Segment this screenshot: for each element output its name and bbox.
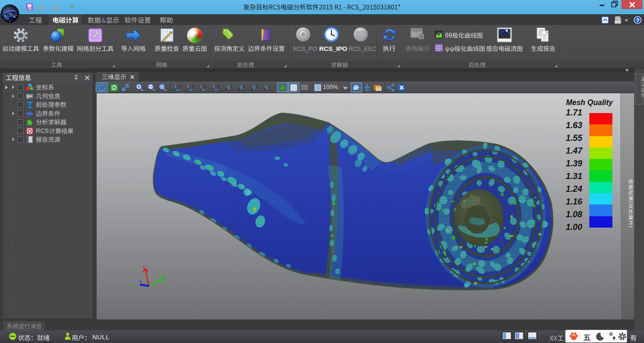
svg-text:z: z bbox=[217, 84, 219, 88]
svg-text:x: x bbox=[213, 88, 215, 91]
svg-text:x: x bbox=[174, 88, 176, 91]
svg-text:z: z bbox=[256, 84, 257, 88]
svg-text:z: z bbox=[205, 84, 206, 88]
svg-text:z: z bbox=[179, 84, 181, 88]
svg-text:x: x bbox=[251, 88, 253, 91]
svg-text:x: x bbox=[264, 88, 265, 91]
svg-text:y: y bbox=[164, 274, 166, 278]
svg-text:x: x bbox=[143, 265, 145, 270]
svg-text:x: x bbox=[187, 88, 189, 91]
svg-text:x: x bbox=[238, 88, 240, 91]
svg-text:?: ? bbox=[636, 17, 639, 23]
svg-text:z: z bbox=[230, 84, 232, 88]
svg-text:x: x bbox=[200, 88, 202, 91]
svg-text:z: z bbox=[243, 84, 245, 88]
svg-text:z: z bbox=[140, 279, 142, 284]
svg-text:z: z bbox=[192, 84, 194, 88]
svg-text:x: x bbox=[225, 88, 227, 91]
svg-text:z: z bbox=[268, 84, 270, 88]
